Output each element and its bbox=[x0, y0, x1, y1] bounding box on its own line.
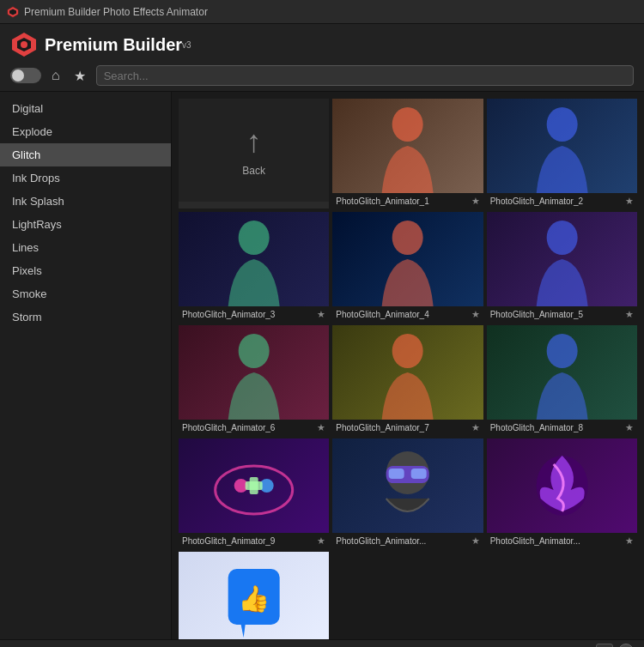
thumbnail-image-6 bbox=[179, 325, 329, 420]
grid-label-text-3: PhotoGlitch_Animator_3 bbox=[182, 310, 275, 319]
grid-label-text-7: PhotoGlitch_Animator_7 bbox=[336, 423, 428, 432]
brand-version: v3 bbox=[182, 40, 191, 50]
sidebar-item-smoke[interactable]: Smoke bbox=[0, 282, 171, 305]
sidebar-item-pixels[interactable]: Pixels bbox=[0, 259, 171, 282]
thumbnail-grid: ↑ Back PhotoGlitch_Animator_1★ PhotoGlit… bbox=[179, 99, 637, 639]
grid-item-label-2: PhotoGlitch_Animator_2★ bbox=[487, 193, 637, 209]
grid-label-text-8: PhotoGlitch_Animator_8 bbox=[490, 423, 583, 432]
thumbnail-image-3 bbox=[179, 212, 329, 306]
thumbnail-image-2 bbox=[487, 99, 637, 193]
titlebar: Premium Builder Photo Effects Animator bbox=[0, 0, 644, 24]
svg-rect-17 bbox=[246, 481, 263, 490]
sidebar-item-lightrays[interactable]: LightRays bbox=[0, 213, 171, 236]
sidebar-item-ink-drops[interactable]: Ink Drops bbox=[0, 166, 171, 190]
grid-star-4[interactable]: ★ bbox=[471, 309, 480, 320]
grid-label-text-6: PhotoGlitch_Animator_6 bbox=[182, 423, 275, 432]
svg-point-8 bbox=[392, 221, 423, 255]
grid-item-6[interactable]: PhotoGlitch_Animator_6★ bbox=[179, 325, 329, 435]
back-label: Back bbox=[242, 165, 265, 177]
home-button[interactable]: ⌂ bbox=[48, 66, 64, 85]
grid-label-text-1: PhotoGlitch_Animator_1 bbox=[336, 197, 428, 206]
footer: Designed and developed by Premiumilk ⊞ bbox=[0, 639, 644, 647]
grid-label-text-5: PhotoGlitch_Animator_5 bbox=[490, 310, 583, 319]
grid-star-11[interactable]: ★ bbox=[625, 535, 634, 547]
grid-item-label-10: PhotoGlitch_Animator...★ bbox=[332, 533, 483, 548]
brand-logo-icon bbox=[10, 31, 38, 58]
grid-view-button[interactable]: ⊞ bbox=[596, 644, 613, 648]
grid-star-9[interactable]: ★ bbox=[317, 535, 325, 547]
grid-item-2[interactable]: PhotoGlitch_Animator_2★ bbox=[487, 99, 637, 209]
grid-item-9[interactable]: PhotoGlitch_Animator_9★ bbox=[179, 438, 329, 548]
thumbnail-image-4 bbox=[332, 212, 483, 306]
toolbar-row: ⌂ ★ bbox=[10, 65, 634, 86]
toggle-button[interactable] bbox=[10, 68, 41, 83]
grid-star-6[interactable]: ★ bbox=[317, 422, 325, 433]
back-item[interactable]: ↑ Back bbox=[179, 99, 329, 209]
favorites-button[interactable]: ★ bbox=[70, 66, 89, 86]
sidebar: DigitalExplodeGlitchInk DropsInk SplashL… bbox=[0, 92, 172, 639]
grid-star-8[interactable]: ★ bbox=[625, 422, 634, 433]
sidebar-item-glitch[interactable]: Glitch bbox=[0, 143, 171, 166]
svg-rect-21 bbox=[411, 469, 427, 479]
thumbnail-image-7 bbox=[332, 325, 483, 420]
thumbnail-image-10 bbox=[332, 438, 483, 533]
grid-label-text-4: PhotoGlitch_Animator_4 bbox=[336, 310, 428, 319]
thumbnail-image-9 bbox=[179, 438, 329, 533]
grid-item-label-3: PhotoGlitch_Animator_3★ bbox=[179, 306, 329, 322]
titlebar-label: Premium Builder Photo Effects Animator bbox=[24, 6, 208, 18]
main-layout: DigitalExplodeGlitchInk DropsInk SplashL… bbox=[0, 92, 644, 639]
titlebar-app-icon bbox=[7, 6, 19, 18]
search-input[interactable] bbox=[96, 65, 634, 86]
grid-label-text-9: PhotoGlitch_Animator_9 bbox=[182, 536, 275, 546]
content-area: ↑ Back PhotoGlitch_Animator_1★ PhotoGlit… bbox=[172, 92, 644, 639]
svg-rect-20 bbox=[389, 469, 404, 479]
sidebar-item-lines[interactable]: Lines bbox=[0, 236, 171, 259]
svg-point-9 bbox=[546, 221, 577, 255]
thumbnail-image-8 bbox=[487, 325, 637, 420]
brand-row: Premium Builder v3 bbox=[10, 31, 634, 58]
grid-item-10[interactable]: PhotoGlitch_Animator...★ bbox=[332, 438, 483, 548]
grid-item-8[interactable]: PhotoGlitch_Animator_8★ bbox=[487, 325, 637, 435]
sidebar-item-ink-splash[interactable]: Ink Splash bbox=[0, 190, 171, 213]
grid-item-label-1: PhotoGlitch_Animator_1★ bbox=[332, 193, 483, 209]
settings-circle-button[interactable] bbox=[618, 644, 634, 648]
grid-star-2[interactable]: ★ bbox=[625, 196, 634, 207]
svg-point-11 bbox=[392, 334, 423, 368]
footer-actions: ⊞ bbox=[596, 644, 634, 648]
svg-marker-24 bbox=[241, 625, 246, 638]
grid-item-7[interactable]: PhotoGlitch_Animator_7★ bbox=[332, 325, 483, 435]
grid-item-label-9: PhotoGlitch_Animator_9★ bbox=[179, 533, 329, 548]
grid-item-1[interactable]: PhotoGlitch_Animator_1★ bbox=[332, 99, 483, 209]
grid-item-3[interactable]: PhotoGlitch_Animator_3★ bbox=[179, 212, 329, 322]
svg-point-4 bbox=[21, 41, 27, 48]
svg-point-5 bbox=[392, 107, 423, 142]
sidebar-item-storm[interactable]: Storm bbox=[0, 305, 171, 329]
grid-item-4[interactable]: PhotoGlitch_Animator_4★ bbox=[332, 212, 483, 322]
svg-point-10 bbox=[239, 334, 270, 368]
grid-item-label-8: PhotoGlitch_Animator_8★ bbox=[487, 420, 637, 435]
grid-item-label-6: PhotoGlitch_Animator_6★ bbox=[179, 420, 329, 435]
grid-item-5[interactable]: PhotoGlitch_Animator_5★ bbox=[487, 212, 637, 322]
sidebar-item-explode[interactable]: Explode bbox=[0, 120, 171, 143]
grid-label-text-11: PhotoGlitch_Animator... bbox=[490, 536, 580, 546]
svg-text:👍: 👍 bbox=[238, 584, 270, 614]
grid-star-10[interactable]: ★ bbox=[471, 535, 480, 547]
grid-label-text-10: PhotoGlitch_Animator... bbox=[336, 536, 426, 546]
back-arrow-icon: ↑ bbox=[246, 124, 262, 160]
grid-star-5[interactable]: ★ bbox=[625, 309, 634, 320]
grid-item-label-4: PhotoGlitch_Animator_4★ bbox=[332, 306, 483, 322]
grid-star-1[interactable]: ★ bbox=[471, 196, 480, 207]
grid-star-7[interactable]: ★ bbox=[471, 422, 480, 433]
grid-item-11[interactable]: PhotoGlitch_Animator...★ bbox=[487, 438, 637, 548]
grid-star-3[interactable]: ★ bbox=[317, 309, 325, 320]
grid-label-text-2: PhotoGlitch_Animator_2 bbox=[490, 197, 583, 206]
grid-item-label-5: PhotoGlitch_Animator_5★ bbox=[487, 306, 637, 322]
grid-item-label-11: PhotoGlitch_Animator...★ bbox=[487, 533, 637, 548]
thumbnail-image-1 bbox=[332, 99, 483, 193]
thumbnail-image-12: 👍 bbox=[179, 552, 329, 639]
svg-point-12 bbox=[546, 334, 577, 368]
header: Premium Builder v3 ⌂ ★ bbox=[0, 24, 644, 92]
grid-item-12[interactable]: 👍 PhotoGlitch_Animator...★ bbox=[179, 552, 329, 639]
sidebar-item-digital[interactable]: Digital bbox=[0, 97, 171, 120]
grid-item-label-7: PhotoGlitch_Animator_7★ bbox=[332, 420, 483, 435]
